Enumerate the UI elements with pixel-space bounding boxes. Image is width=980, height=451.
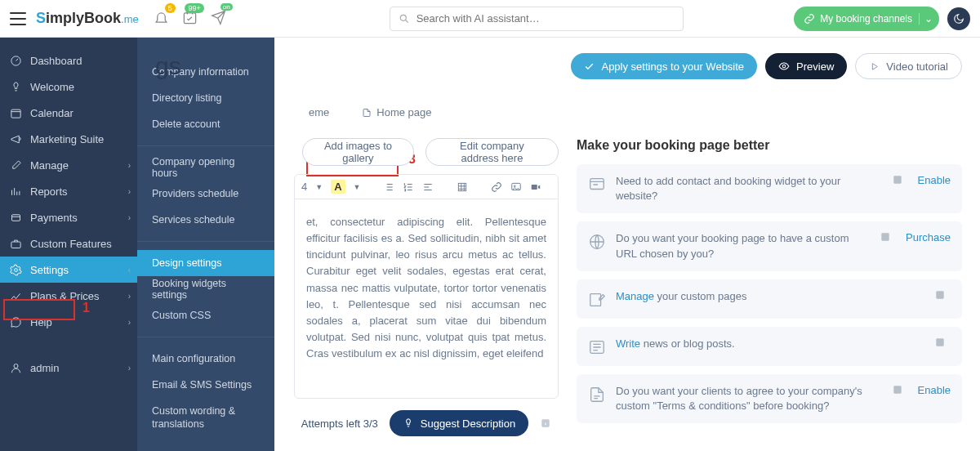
tab-home-page[interactable]: Home page [355,103,438,122]
enable-link[interactable]: Enable [918,384,951,396]
list-ul-icon[interactable] [383,181,394,193]
font-size-value[interactable]: 4 [301,181,307,193]
link-icon[interactable] [491,181,502,193]
send-icon[interactable]: on [211,10,226,28]
suggestion-terms: Do you want your clients to agree to you… [577,374,962,423]
suggestion-text: Do you want your booking page to have a … [616,231,865,261]
globe-icon [588,233,606,251]
primary-sidebar: Dashboard Welcome Calendar Marketing Sui… [0,38,137,451]
suggestion-custom-url: Do you want your booking page to have a … [577,221,962,270]
svg-rect-13 [590,179,604,190]
list-ol-icon[interactable] [403,181,414,193]
widget-icon [588,176,606,194]
moon-icon [953,13,964,25]
suggestion-text: Write news or blog posts. [616,337,920,351]
chevron-left-icon: ‹ [128,266,131,275]
theme-toggle[interactable] [947,7,970,30]
chevron-right-icon: › [128,364,131,373]
channels-label: My booking channels [820,13,912,25]
check-icon [584,61,595,72]
svg-rect-3 [11,109,20,118]
suggestion-news-blog: Write news or blog posts. [577,327,962,366]
purchase-link[interactable]: Purchase [906,231,951,243]
nav-payments[interactable]: Payments› [0,204,137,230]
nav-settings[interactable]: Settings‹ [0,257,137,283]
info-icon[interactable] [934,289,946,301]
suggestion-text: Manage your custom pages [616,289,920,304]
nav-marketing[interactable]: Marketing Suite [0,126,137,152]
nav-plans[interactable]: Plans & Prices› [0,283,137,309]
video-icon[interactable] [530,181,541,193]
search-box[interactable] [390,7,684,31]
rich-text-editor: 4 ▼ A ▼ et, consectetur adipiscing elit.… [294,174,559,399]
suggestion-contact-widget: Need to add contact and booking widget t… [577,164,962,213]
link-icon [804,13,815,25]
suggestion-text: Do you want your clients to agree to you… [616,384,877,413]
text-highlight-icon[interactable]: A [331,180,345,194]
nav-dashboard[interactable]: Dashboard [0,47,137,74]
svg-rect-16 [881,234,889,241]
editor-body[interactable]: et, consectetur adipiscing elit. Pellent… [295,199,558,398]
info-icon[interactable] [934,337,946,348]
apply-settings-button[interactable]: Apply settings to your Website [571,53,757,79]
bulb-icon [403,418,414,429]
edit-address-button[interactable]: Edit company address here [425,138,559,166]
search-input[interactable] [416,12,675,25]
page-title: gs [155,52,181,80]
calendar-check-icon[interactable]: 99+ [182,10,198,28]
chevron-right-icon: › [128,187,131,196]
info-icon[interactable] [892,384,903,395]
suggestions-title: Make your booking page better [577,138,962,153]
tab-theme[interactable]: eme [302,103,336,122]
add-images-button[interactable]: Add images to gallery [302,138,414,166]
info-icon[interactable] [540,418,551,429]
chevron-right-icon: › [128,161,131,170]
nav-welcome[interactable]: Welcome [0,74,137,100]
nav-manage[interactable]: Manage› [0,152,137,178]
tabs: eme Home page [155,103,962,122]
image-icon[interactable] [510,181,522,193]
svg-rect-21 [893,386,901,393]
chevron-right-icon: › [128,213,131,222]
nav-admin[interactable]: admin› [0,355,137,381]
table-icon[interactable] [457,181,468,193]
bell-icon[interactable]: 5 [154,10,169,28]
chevron-right-icon: › [128,318,131,327]
caret-down-icon[interactable]: ▼ [315,183,323,191]
svg-point-1 [400,15,406,20]
manage-link[interactable]: Manage [616,290,654,302]
document-icon [588,386,606,404]
suggestion-custom-pages: Manage your custom pages [577,279,962,319]
video-tutorial-button[interactable]: Video tutorial [855,53,962,79]
enable-link[interactable]: Enable [918,174,951,186]
send-badge: on [220,3,233,11]
svg-rect-20 [936,338,943,346]
caret-down-icon[interactable]: ▼ [354,183,361,191]
calendar-badge: 99+ [185,3,203,13]
annotation-number-1: 1 [82,301,90,315]
nav-calendar[interactable]: Calendar [0,100,137,126]
nav-reports[interactable]: Reports› [0,178,137,204]
info-icon[interactable] [892,174,903,185]
nav-custom-features[interactable]: Custom Features [0,230,137,257]
hamburger-menu[interactable] [10,12,26,25]
svg-rect-8 [459,183,466,190]
align-icon[interactable] [422,181,434,193]
logo-s: S [36,10,46,26]
search-icon [399,13,410,25]
svg-rect-11 [532,185,537,190]
eye-icon [778,60,790,72]
nav-help[interactable]: Help› [0,309,137,335]
preview-button[interactable]: Preview [765,53,847,79]
suggest-description-button[interactable]: Suggest Description [390,410,528,436]
svg-rect-14 [893,176,901,183]
svg-rect-18 [936,291,943,298]
booking-channels-button[interactable]: My booking channels ⌄ [794,7,939,31]
file-icon [362,108,372,118]
edit-page-icon [588,291,606,309]
news-icon [588,338,606,356]
write-link[interactable]: Write [616,337,640,350]
logo[interactable]: SimplyBook.me [36,10,139,27]
info-icon[interactable] [880,231,891,243]
attempts-left: Attempts left 3/3 [301,418,378,430]
